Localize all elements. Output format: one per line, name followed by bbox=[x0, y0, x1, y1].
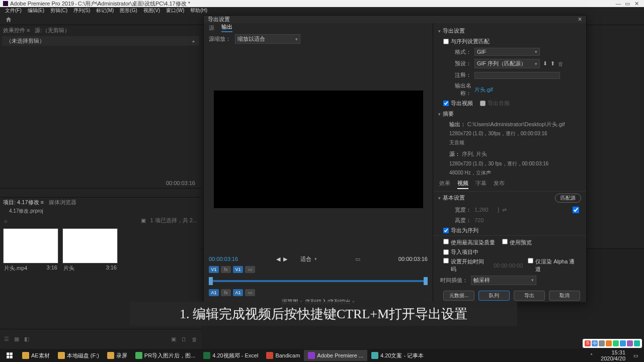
svg-rect-1 bbox=[10, 352, 13, 355]
link-dimensions-icon[interactable]: ⇌ bbox=[502, 207, 507, 213]
dimension-lock-checkbox[interactable] bbox=[573, 207, 579, 213]
menu-item[interactable]: 文件(F) bbox=[2, 7, 25, 14]
search-icon[interactable]: ⌕ bbox=[4, 218, 8, 224]
item-count: 1 项已选择，共 2... bbox=[150, 217, 197, 224]
tab-source-preview[interactable]: 源 bbox=[209, 24, 214, 32]
menu-item[interactable]: 帮助(H) bbox=[187, 7, 210, 14]
export-button[interactable]: 导出 bbox=[514, 291, 545, 301]
export-tab[interactable]: 字幕 bbox=[475, 179, 487, 189]
out-timecode[interactable]: 00:00:03:16 bbox=[398, 256, 428, 262]
effects-panel-tabs: 效果控件 ≡ 源:（无剪辑） bbox=[0, 25, 201, 35]
tab-effect-controls[interactable]: 效果控件 ≡ bbox=[3, 27, 30, 34]
fit-label: 适合 bbox=[300, 255, 311, 263]
view-list-icon[interactable]: ☰ bbox=[4, 336, 9, 342]
in-timecode[interactable]: 00:00:03:16 bbox=[209, 256, 238, 262]
match-source-button[interactable]: 匹配源 bbox=[555, 194, 581, 203]
width-input[interactable]: 1,280 bbox=[474, 207, 495, 213]
import-into-project-checkbox[interactable] bbox=[443, 249, 449, 255]
menu-item[interactable]: 窗口(W) bbox=[163, 7, 187, 14]
taskbar-app[interactable]: Bandicam bbox=[262, 350, 304, 361]
start-button[interactable] bbox=[2, 350, 17, 361]
source-timecode: 00:00:03:16 bbox=[0, 178, 201, 188]
tab-project[interactable]: 项目: 4.17修改 ≡ bbox=[3, 199, 44, 206]
save-preset-icon[interactable]: ⬇ bbox=[543, 60, 547, 67]
use-previews-checkbox[interactable] bbox=[502, 239, 508, 244]
taskbar-app[interactable]: PR导入图片后，图... bbox=[131, 350, 199, 361]
notification-icon[interactable]: ▭ bbox=[629, 350, 642, 361]
new-bin-icon[interactable]: ▣ bbox=[171, 336, 176, 342]
tutorial-caption: 1. 编辑完成视频后按快捷键CTRL+M打开导出设置 bbox=[130, 302, 517, 326]
export-tab[interactable]: 效果 bbox=[439, 179, 450, 189]
format-dropdown[interactable]: GIF▾ bbox=[474, 48, 540, 56]
menu-item[interactable]: 序列(S) bbox=[70, 7, 93, 14]
ime-tray-badge: S 中 bbox=[583, 339, 642, 348]
export-tab[interactable]: 视频 bbox=[457, 179, 468, 189]
track-v1-out[interactable]: V1 bbox=[233, 266, 243, 273]
taskbar-app[interactable]: 本地磁盘 (F:) bbox=[54, 350, 103, 361]
match-sequence-checkbox[interactable] bbox=[443, 39, 449, 44]
range-slider[interactable] bbox=[209, 276, 428, 286]
output-name-link[interactable]: 片头.gif bbox=[474, 86, 493, 94]
view-freeform-icon[interactable]: ◧ bbox=[24, 336, 29, 342]
comments-input[interactable] bbox=[474, 72, 560, 79]
basic-settings-header: 基本设置 bbox=[443, 194, 465, 202]
prev-frame-icon[interactable]: ◀ bbox=[276, 256, 280, 262]
project-filename: 4.17修改.prproj bbox=[0, 207, 201, 216]
menu-item[interactable]: 编辑(E) bbox=[25, 7, 47, 14]
aspect-icon[interactable]: ▭ bbox=[355, 256, 360, 262]
preset-dropdown[interactable]: GIF 序列（匹配源）▾ bbox=[474, 59, 540, 68]
summary-header: 摘要 bbox=[443, 110, 454, 118]
tab-media-browser[interactable]: 媒体浏览器 bbox=[49, 199, 76, 206]
tab-output-preview[interactable]: 输出 bbox=[221, 23, 232, 32]
view-icon-icon[interactable]: ▦ bbox=[14, 336, 19, 342]
max-render-quality-checkbox[interactable] bbox=[443, 239, 449, 244]
metadata-button[interactable]: 元数据... bbox=[443, 291, 474, 301]
track-a1-out[interactable]: A1 bbox=[233, 289, 243, 296]
window-titlebar: Adobe Premiere Pro 2019 - C:\用户\Administ… bbox=[0, 0, 644, 7]
time-interpolation-dropdown[interactable]: 帧采样▾ bbox=[471, 276, 536, 285]
export-tab[interactable]: 发布 bbox=[494, 179, 505, 189]
taskbar-app[interactable]: 录屏 bbox=[103, 350, 131, 361]
next-frame-icon[interactable]: ▶ bbox=[283, 256, 287, 262]
track-v1-src[interactable]: V1 bbox=[209, 266, 219, 273]
menu-item[interactable]: 剪辑(C) bbox=[47, 7, 70, 14]
set-start-timecode-checkbox[interactable] bbox=[443, 258, 449, 263]
svg-rect-2 bbox=[7, 356, 9, 358]
source-scaling-dropdown[interactable]: 缩放以适合▾ bbox=[235, 34, 300, 44]
export-settings-header: 导出设置 bbox=[443, 27, 465, 35]
new-item-icon[interactable]: 🗋 bbox=[181, 336, 187, 342]
effects-clip-selector[interactable]: （未选择剪辑）▸ bbox=[2, 36, 199, 46]
project-thumbnail[interactable]: 片头.mp43:16 bbox=[3, 228, 58, 273]
trash-icon[interactable]: 🗑 bbox=[192, 336, 197, 342]
scale-label: 源缩放： bbox=[209, 35, 231, 43]
export-as-sequence-checkbox[interactable] bbox=[443, 228, 449, 233]
effects-clip-text: （未选择剪辑） bbox=[6, 37, 45, 45]
track-a1-src[interactable]: A1 bbox=[209, 289, 219, 296]
taskbar-app[interactable]: AE素材 bbox=[18, 350, 54, 361]
taskbar-clock[interactable]: 15:312020/4/20 bbox=[598, 349, 628, 361]
tray-up-icon[interactable]: ˄ bbox=[586, 350, 597, 361]
menu-item[interactable]: 标记(M) bbox=[93, 7, 117, 14]
close-button[interactable]: ✕ bbox=[632, 1, 641, 7]
bin-icon[interactable]: ▣ bbox=[141, 217, 146, 224]
export-video-checkbox[interactable] bbox=[443, 101, 449, 106]
menu-item[interactable]: 视图(V) bbox=[140, 7, 163, 14]
twirl-icon[interactable]: ▾ bbox=[438, 29, 441, 34]
render-alpha-only-checkbox[interactable] bbox=[528, 258, 533, 263]
home-icon[interactable] bbox=[5, 16, 12, 23]
fit-dropdown-icon[interactable]: ▾ bbox=[314, 256, 317, 261]
delete-preset-icon[interactable]: 🗑 bbox=[558, 61, 564, 67]
maximize-button[interactable]: ▭ bbox=[623, 1, 632, 7]
taskbar-app[interactable]: Adobe Premiere ... bbox=[304, 350, 367, 361]
taskbar-app[interactable]: 4.20文案 - 记事本 bbox=[367, 350, 428, 361]
import-preset-icon[interactable]: ⬆ bbox=[550, 60, 555, 67]
menu-item[interactable]: 图形(G) bbox=[117, 7, 140, 14]
tab-source[interactable]: 源:（无剪辑） bbox=[35, 27, 69, 34]
height-input[interactable]: 720 bbox=[474, 217, 495, 223]
queue-button[interactable]: 队列 bbox=[478, 291, 510, 301]
minimize-button[interactable]: — bbox=[614, 1, 623, 7]
cancel-button[interactable]: 取消 bbox=[549, 291, 580, 301]
taskbar-app[interactable]: 4.20视频邓 - Excel bbox=[199, 350, 262, 361]
dialog-close-button[interactable]: ✕ bbox=[578, 16, 582, 23]
project-thumbnail[interactable]: 片头3:16 bbox=[62, 228, 118, 273]
